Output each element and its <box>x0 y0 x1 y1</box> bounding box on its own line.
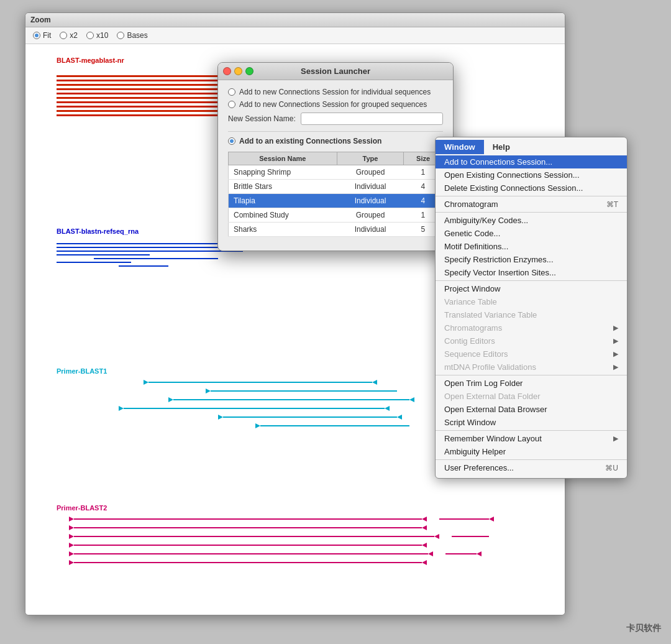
individual-option[interactable]: Add to new Connections Session for indiv… <box>228 88 443 96</box>
grouped-option[interactable]: Add to new Connections Session for group… <box>228 100 443 109</box>
session-type-cell: Grouped <box>337 208 403 223</box>
mtdna-validations-submenu-arrow: ▶ <box>613 363 618 371</box>
pink-arrow-head <box>69 551 74 556</box>
menu-section-definitions: Ambiguity/Key Codes... Genetic Code... M… <box>436 213 627 281</box>
pink-arrow-head <box>69 543 74 548</box>
restriction-enzymes-label: Specify Restriction Enzymes... <box>444 255 554 264</box>
add-connections-item[interactable]: Add to Connections Session... <box>436 155 627 168</box>
individual-label: Add to new Connections Session for indiv… <box>239 88 431 96</box>
open-trim-log-item[interactable]: Open Trim Log Folder <box>436 377 627 390</box>
existing-session-option[interactable]: Add to an existing Connections Session <box>228 137 443 145</box>
remember-window-layout-item[interactable]: Remember Window Layout ▶ <box>436 432 627 445</box>
watermark: 卡贝软件 <box>626 623 661 634</box>
sequence-editors-submenu-arrow: ▶ <box>613 350 618 358</box>
blue-track-label: BLAST-blastn-refseq_rna <box>57 228 139 235</box>
pink-h-line <box>74 527 422 528</box>
project-window-label: Project Window <box>444 284 500 293</box>
user-preferences-item[interactable]: User Preferences... ⌘U <box>436 461 627 474</box>
session-type-cell: Grouped <box>337 165 403 180</box>
pink-h-line <box>74 553 428 554</box>
open-existing-item[interactable]: Open Existing Connections Session... <box>436 168 627 182</box>
red-line <box>57 93 243 94</box>
maximize-button[interactable] <box>245 67 253 75</box>
session-name-cell: Sharks <box>229 223 337 237</box>
table-row[interactable]: Snapping Shrimp Grouped 1 <box>229 165 443 180</box>
genetic-code-item[interactable]: Genetic Code... <box>436 227 627 240</box>
zoom-x10[interactable]: x10 <box>86 31 108 40</box>
menu-section-folders: Open Trim Log Folder Open External Data … <box>436 375 627 431</box>
blue-line <box>94 258 218 259</box>
motif-definitions-item[interactable]: Motif Definitions... <box>436 240 627 253</box>
cyan-arrow-head <box>206 389 211 393</box>
table-row[interactable]: Brittle Stars Individual 4 <box>229 180 443 194</box>
help-tab[interactable]: Help <box>484 140 519 154</box>
window-tab[interactable]: Window <box>436 140 484 154</box>
cyan-h-line <box>223 416 397 418</box>
pink-h-line <box>445 553 477 554</box>
app-title-bar: Zoom <box>25 13 565 27</box>
window-controls <box>223 67 253 75</box>
contig-editors-label: Contig Editors <box>444 336 495 346</box>
table-row[interactable]: Combined Study Grouped 1 <box>229 208 443 223</box>
session-name-cell: Tilapia <box>229 194 337 208</box>
session-name-cell: Brittle Stars <box>229 180 337 194</box>
cyan-arrow-head <box>218 415 223 420</box>
zoom-bases[interactable]: Bases <box>117 31 147 40</box>
grouped-radio[interactable] <box>228 101 235 108</box>
table-row[interactable]: Tilapia Individual 4 <box>229 194 443 208</box>
menu-section-chromatogram: Chromatogram ⌘T <box>436 196 627 213</box>
minimize-button[interactable] <box>234 67 242 75</box>
zoom-bases-radio[interactable] <box>117 32 124 39</box>
zoom-fit-label: Fit <box>43 31 51 40</box>
red-track-label: BLAST-megablast-nr <box>57 57 124 64</box>
existing-label: Add to an existing Connections Session <box>239 137 381 145</box>
cyan-arrow-head <box>168 397 173 402</box>
open-external-data-folder-item: Open External Data Folder <box>436 390 627 403</box>
cyan-h-line <box>124 408 385 409</box>
chromatogram-item[interactable]: Chromatogram ⌘T <box>436 198 627 211</box>
cyan-h-line <box>211 390 397 392</box>
pink-arrow-head-left <box>428 551 433 556</box>
project-window-item[interactable]: Project Window <box>436 282 627 295</box>
col-session-name: Session Name <box>229 152 337 165</box>
contig-editors-item: Contig Editors ▶ <box>436 334 627 347</box>
open-external-data-browser-label: Open External Data Browser <box>444 405 547 414</box>
individual-radio[interactable] <box>228 88 235 96</box>
new-session-row: New Session Name: <box>228 113 443 125</box>
cyan-arrow-head-left <box>372 380 377 385</box>
menu-section-prefs: User Preferences... ⌘U <box>436 460 627 476</box>
restriction-enzymes-item[interactable]: Specify Restriction Enzymes... <box>436 253 627 266</box>
blue-line <box>57 243 231 244</box>
zoom-x2[interactable]: x2 <box>60 31 78 40</box>
ambiguity-helper-label: Ambiguity Helper <box>444 447 506 456</box>
zoom-fit-radio[interactable] <box>33 32 40 39</box>
menu-tabs: Window Help <box>436 140 627 154</box>
cyan-arrow-head <box>255 423 260 428</box>
ambiguity-codes-item[interactable]: Ambiguity/Key Codes... <box>436 214 627 227</box>
dialog-title: Session Launcher <box>301 67 370 76</box>
delete-existing-item[interactable]: Delete Existing Connections Session... <box>436 182 627 195</box>
vector-insertion-item[interactable]: Specify Vector Insertion Sites... <box>436 266 627 279</box>
ambiguity-helper-item[interactable]: Ambiguity Helper <box>436 445 627 458</box>
zoom-x10-radio[interactable] <box>86 32 94 39</box>
pink-track-label: Primer-BLAST2 <box>57 504 107 512</box>
session-type-cell: Individual <box>337 194 403 208</box>
open-external-data-browser-item[interactable]: Open External Data Browser <box>436 403 627 416</box>
cyan-h-line <box>260 425 409 426</box>
zoom-x2-radio[interactable] <box>60 32 67 39</box>
new-session-input[interactable] <box>301 113 443 125</box>
existing-radio[interactable] <box>228 137 235 145</box>
table-row[interactable]: Sharks Individual 5 <box>229 223 443 237</box>
menu-section-layout: Remember Window Layout ▶ Ambiguity Helpe… <box>436 431 627 460</box>
script-window-item[interactable]: Script Window <box>436 416 627 429</box>
new-session-label: New Session Name: <box>228 114 296 123</box>
zoom-fit[interactable]: Fit <box>33 31 51 40</box>
zoom-bases-label: Bases <box>127 31 147 40</box>
open-external-data-folder-label: Open External Data Folder <box>444 392 541 401</box>
session-table: Session Name Type Size Snapping Shrimp G… <box>228 152 443 237</box>
pink-h-line <box>74 536 434 537</box>
close-button[interactable] <box>223 67 231 75</box>
pink-arrow-line <box>57 543 535 548</box>
variance-table-label: Variance Table <box>444 297 497 306</box>
blue-line <box>57 262 131 263</box>
